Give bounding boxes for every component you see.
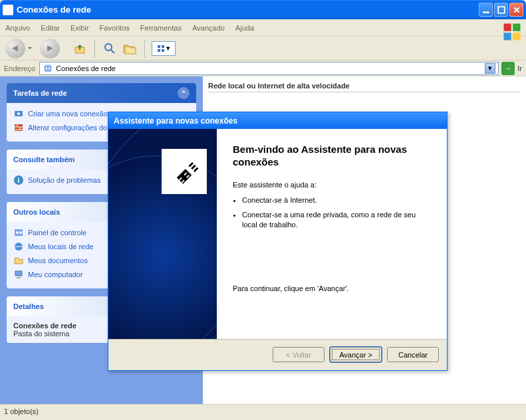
wizard-bullet: Conectar-se a uma rede privada, como a r…: [242, 210, 431, 230]
menu-tools[interactable]: Ferramentas: [140, 24, 182, 32]
panel-title: Detalhes: [13, 302, 44, 310]
documents-icon: [13, 255, 24, 266]
panel-title: Tarefas de rede: [13, 89, 67, 97]
views-button[interactable]: ▾: [152, 41, 176, 56]
firewall-icon: [13, 122, 24, 133]
wizard-heading: Bem-vindo ao Assistente para novas conex…: [233, 144, 431, 169]
computer-icon: [13, 269, 24, 280]
wizard-dialog: Assistente para novas conexões Bem-vindo…: [108, 112, 448, 371]
wizard-intro: Este assistente o ajuda a:: [233, 181, 431, 189]
separator: [144, 39, 145, 58]
group-header: Rede local ou Internet de alta velocidad…: [208, 82, 521, 92]
menu-view[interactable]: Exibir: [70, 24, 89, 32]
chevron-up-icon: ⌃: [178, 87, 190, 99]
minimize-button[interactable]: [479, 3, 493, 17]
separator: [94, 39, 95, 58]
link-label: Meus locais de rede: [28, 243, 93, 251]
svg-rect-8: [158, 45, 160, 48]
menu-file[interactable]: Arquivo: [5, 24, 30, 32]
toolbar: ⯇ ⯈ ▾: [0, 37, 526, 60]
panel-title: Consulte também: [13, 156, 74, 163]
link-label: Meus documentos: [28, 257, 88, 264]
help-icon: i: [13, 175, 24, 185]
address-value: Conexões de rede: [56, 64, 485, 72]
search-button[interactable]: [102, 41, 118, 56]
svg-point-19: [16, 231, 19, 234]
control-panel-icon: [13, 227, 24, 238]
next-button[interactable]: Avançar >: [330, 347, 382, 362]
menubar: Arquivo Editar Exibir Favoritos Ferramen…: [0, 19, 526, 37]
wizard-icon: [13, 108, 24, 119]
folders-button[interactable]: [122, 41, 138, 56]
wizard-button-row: < Voltar Avançar > Cancelar: [108, 339, 447, 369]
menu-help[interactable]: Ajuda: [235, 24, 254, 32]
link-label: Painel de controle: [28, 229, 86, 237]
wizard-bullet: Conectar-se à Internet.: [242, 195, 431, 205]
wizard-body: Bem-vindo ao Assistente para novas conex…: [108, 129, 447, 339]
link-label: Meu computador: [28, 270, 83, 278]
svg-line-7: [111, 50, 114, 53]
wizard-banner: [108, 129, 217, 339]
close-button[interactable]: [509, 3, 523, 17]
svg-rect-2: [504, 24, 511, 31]
addressbar: Endereço Conexões de rede ▾ → Ir: [0, 60, 526, 76]
wizard-titlebar[interactable]: Assistente para novas conexões: [108, 112, 447, 129]
svg-rect-10: [158, 49, 160, 52]
svg-text:i: i: [17, 176, 19, 184]
chevron-down-icon[interactable]: ▾: [485, 63, 495, 74]
wizard-title-text: Assistente para novas conexões: [114, 116, 237, 126]
svg-rect-22: [15, 271, 22, 276]
svg-point-6: [105, 44, 112, 51]
svg-point-20: [19, 231, 22, 234]
address-label: Endereço: [4, 64, 35, 72]
forward-button[interactable]: ⯈: [40, 39, 60, 58]
network-icon: [43, 63, 53, 74]
wizard-bullets: Conectar-se à Internet. Conectar-se a um…: [242, 195, 431, 231]
svg-rect-5: [513, 33, 520, 40]
svg-rect-11: [162, 49, 164, 52]
cancel-button[interactable]: Cancelar: [387, 347, 439, 362]
menu-edit[interactable]: Editar: [41, 24, 60, 32]
menu-adv[interactable]: Avançado: [192, 24, 225, 32]
statusbar: 1 objeto(s): [0, 404, 526, 417]
details-type: Pasta do sistema: [13, 330, 69, 338]
task-label: Criar uma nova conexão: [28, 110, 108, 118]
svg-rect-3: [513, 24, 520, 31]
svg-rect-4: [504, 33, 511, 40]
svg-rect-23: [17, 277, 21, 278]
go-label: Ir: [517, 64, 522, 72]
status-text: 1 objeto(s): [4, 407, 39, 415]
svg-rect-9: [162, 45, 164, 48]
window-controls: [479, 3, 523, 17]
xp-logo-icon: [502, 22, 522, 38]
panel-header[interactable]: Tarefas de rede ⌃: [7, 83, 196, 103]
back-button: < Voltar: [273, 347, 325, 362]
wizard-content: Bem-vindo ao Assistente para novas conex…: [217, 129, 447, 339]
menu-fav[interactable]: Favoritos: [100, 24, 130, 32]
details-name: Conexões de rede: [13, 322, 76, 330]
maximize-button[interactable]: [494, 3, 508, 17]
link-label: Solução de problemas: [28, 176, 100, 184]
window-title: Conexões de rede: [17, 5, 479, 15]
svg-rect-0: [483, 11, 489, 13]
titlebar: Conexões de rede: [0, 0, 526, 19]
go-button[interactable]: →: [501, 62, 515, 75]
back-button[interactable]: ⯇: [5, 39, 25, 58]
wizard-continue: Para continuar, clique em 'Avançar'.: [233, 284, 349, 292]
svg-rect-24: [170, 157, 199, 187]
network-places-icon: [13, 241, 24, 252]
connector-icon: [162, 149, 207, 194]
svg-point-14: [17, 112, 20, 115]
app-icon: [3, 5, 13, 15]
svg-rect-1: [498, 7, 505, 13]
up-button[interactable]: [72, 41, 88, 56]
panel-title: Outros locais: [13, 208, 60, 216]
address-field[interactable]: Conexões de rede ▾: [39, 62, 499, 75]
